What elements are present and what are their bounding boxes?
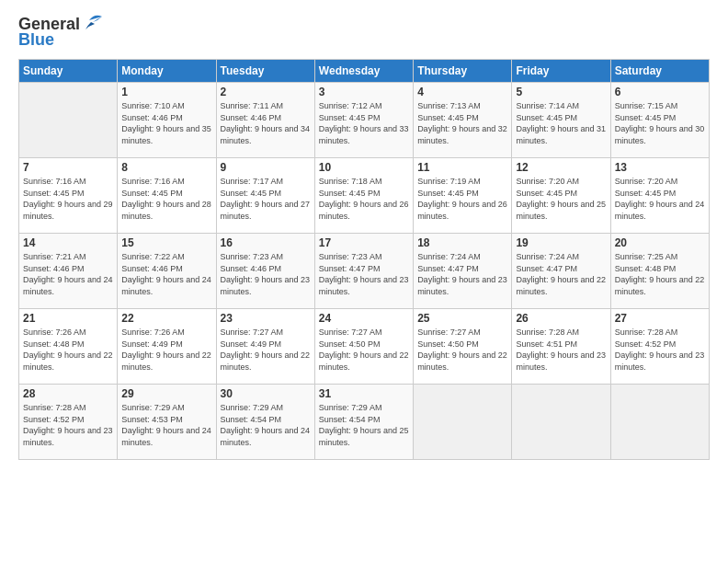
day-number: 14 xyxy=(23,236,113,249)
day-info: Sunrise: 7:14 AMSunset: 4:45 PMDaylight:… xyxy=(516,100,606,146)
day-info: Sunrise: 7:24 AMSunset: 4:47 PMDaylight:… xyxy=(516,251,606,297)
day-info: Sunrise: 7:17 AMSunset: 4:45 PMDaylight:… xyxy=(221,176,311,222)
header: General Blue xyxy=(18,15,710,50)
header-monday: Monday xyxy=(118,60,216,83)
calendar-cell xyxy=(414,385,512,460)
calendar-cell: 11Sunrise: 7:19 AMSunset: 4:45 PMDayligh… xyxy=(414,158,512,234)
day-info: Sunrise: 7:28 AMSunset: 4:52 PMDaylight:… xyxy=(23,402,113,448)
day-info: Sunrise: 7:12 AMSunset: 4:45 PMDaylight:… xyxy=(319,100,409,146)
day-info: Sunrise: 7:16 AMSunset: 4:45 PMDaylight:… xyxy=(23,176,113,222)
day-info: Sunrise: 7:29 AMSunset: 4:54 PMDaylight:… xyxy=(221,402,311,448)
day-number: 26 xyxy=(516,312,606,325)
day-info: Sunrise: 7:29 AMSunset: 4:54 PMDaylight:… xyxy=(319,402,409,448)
calendar-cell: 20Sunrise: 7:25 AMSunset: 4:48 PMDayligh… xyxy=(610,234,709,309)
day-info: Sunrise: 7:28 AMSunset: 4:51 PMDaylight:… xyxy=(516,327,606,373)
calendar-cell: 18Sunrise: 7:24 AMSunset: 4:47 PMDayligh… xyxy=(414,234,512,309)
day-number: 19 xyxy=(516,236,606,249)
day-number: 1 xyxy=(121,86,211,98)
day-number: 20 xyxy=(615,236,705,249)
calendar-cell: 17Sunrise: 7:23 AMSunset: 4:47 PMDayligh… xyxy=(314,234,413,309)
day-info: Sunrise: 7:27 AMSunset: 4:49 PMDaylight:… xyxy=(221,327,311,373)
day-number: 24 xyxy=(319,312,409,325)
calendar-cell: 25Sunrise: 7:27 AMSunset: 4:50 PMDayligh… xyxy=(414,309,512,385)
calendar-cell: 14Sunrise: 7:21 AMSunset: 4:46 PMDayligh… xyxy=(19,234,118,309)
day-number: 31 xyxy=(319,387,409,400)
header-friday: Friday xyxy=(512,60,610,83)
day-number: 7 xyxy=(23,161,113,174)
day-info: Sunrise: 7:16 AMSunset: 4:45 PMDaylight:… xyxy=(121,176,211,222)
header-tuesday: Tuesday xyxy=(216,60,314,83)
calendar-cell xyxy=(19,83,118,158)
day-info: Sunrise: 7:11 AMSunset: 4:46 PMDaylight:… xyxy=(221,100,311,146)
day-number: 11 xyxy=(417,161,507,174)
calendar-cell: 3Sunrise: 7:12 AMSunset: 4:45 PMDaylight… xyxy=(314,83,413,158)
day-number: 27 xyxy=(615,312,705,325)
header-thursday: Thursday xyxy=(414,60,512,83)
calendar-cell: 15Sunrise: 7:22 AMSunset: 4:46 PMDayligh… xyxy=(118,234,216,309)
day-info: Sunrise: 7:27 AMSunset: 4:50 PMDaylight:… xyxy=(319,327,409,373)
day-info: Sunrise: 7:26 AMSunset: 4:48 PMDaylight:… xyxy=(23,327,113,373)
header-sunday: Sunday xyxy=(19,60,118,83)
day-info: Sunrise: 7:20 AMSunset: 4:45 PMDaylight:… xyxy=(516,176,606,222)
calendar-week-row: 28Sunrise: 7:28 AMSunset: 4:52 PMDayligh… xyxy=(19,385,710,460)
calendar-table: Sunday Monday Tuesday Wednesday Thursday… xyxy=(18,59,710,460)
calendar-cell: 4Sunrise: 7:13 AMSunset: 4:45 PMDaylight… xyxy=(414,83,512,158)
calendar-cell: 13Sunrise: 7:20 AMSunset: 4:45 PMDayligh… xyxy=(610,158,709,234)
calendar-cell: 31Sunrise: 7:29 AMSunset: 4:54 PMDayligh… xyxy=(314,385,413,460)
calendar-cell: 29Sunrise: 7:29 AMSunset: 4:53 PMDayligh… xyxy=(118,385,216,460)
day-number: 2 xyxy=(221,86,311,98)
calendar-week-row: 1Sunrise: 7:10 AMSunset: 4:46 PMDaylight… xyxy=(19,83,710,158)
calendar-week-row: 7Sunrise: 7:16 AMSunset: 4:45 PMDaylight… xyxy=(19,158,710,234)
day-info: Sunrise: 7:13 AMSunset: 4:45 PMDaylight:… xyxy=(417,100,507,146)
day-info: Sunrise: 7:27 AMSunset: 4:50 PMDaylight:… xyxy=(417,327,507,373)
day-info: Sunrise: 7:24 AMSunset: 4:47 PMDaylight:… xyxy=(417,251,507,297)
calendar-cell: 19Sunrise: 7:24 AMSunset: 4:47 PMDayligh… xyxy=(512,234,610,309)
calendar-cell: 2Sunrise: 7:11 AMSunset: 4:46 PMDaylight… xyxy=(216,83,314,158)
calendar-week-row: 14Sunrise: 7:21 AMSunset: 4:46 PMDayligh… xyxy=(19,234,710,309)
calendar-cell: 8Sunrise: 7:16 AMSunset: 4:45 PMDaylight… xyxy=(118,158,216,234)
logo: General Blue xyxy=(18,15,106,50)
day-number: 6 xyxy=(615,86,705,98)
day-info: Sunrise: 7:26 AMSunset: 4:49 PMDaylight:… xyxy=(121,327,211,373)
calendar-cell: 28Sunrise: 7:28 AMSunset: 4:52 PMDayligh… xyxy=(19,385,118,460)
day-number: 9 xyxy=(221,161,311,174)
day-info: Sunrise: 7:21 AMSunset: 4:46 PMDaylight:… xyxy=(23,251,113,297)
day-number: 8 xyxy=(121,161,211,174)
calendar-cell: 22Sunrise: 7:26 AMSunset: 4:49 PMDayligh… xyxy=(118,309,216,385)
day-info: Sunrise: 7:29 AMSunset: 4:53 PMDaylight:… xyxy=(121,402,211,448)
day-number: 12 xyxy=(516,161,606,174)
day-number: 17 xyxy=(319,236,409,249)
day-number: 30 xyxy=(221,387,311,400)
days-header-row: Sunday Monday Tuesday Wednesday Thursday… xyxy=(19,60,710,83)
header-saturday: Saturday xyxy=(610,60,709,83)
day-number: 4 xyxy=(417,86,507,98)
calendar-cell: 7Sunrise: 7:16 AMSunset: 4:45 PMDaylight… xyxy=(19,158,118,234)
logo-blue-text: Blue xyxy=(18,30,54,50)
day-info: Sunrise: 7:23 AMSunset: 4:46 PMDaylight:… xyxy=(221,251,311,297)
day-info: Sunrise: 7:15 AMSunset: 4:45 PMDaylight:… xyxy=(615,100,705,146)
calendar-cell: 10Sunrise: 7:18 AMSunset: 4:45 PMDayligh… xyxy=(314,158,413,234)
calendar-cell xyxy=(610,385,709,460)
calendar-cell: 6Sunrise: 7:15 AMSunset: 4:45 PMDaylight… xyxy=(610,83,709,158)
day-info: Sunrise: 7:22 AMSunset: 4:46 PMDaylight:… xyxy=(121,251,211,297)
day-number: 10 xyxy=(319,161,409,174)
calendar-cell: 21Sunrise: 7:26 AMSunset: 4:48 PMDayligh… xyxy=(19,309,118,385)
header-wednesday: Wednesday xyxy=(314,60,413,83)
calendar-cell: 1Sunrise: 7:10 AMSunset: 4:46 PMDaylight… xyxy=(118,83,216,158)
calendar-cell xyxy=(512,385,610,460)
calendar-cell: 12Sunrise: 7:20 AMSunset: 4:45 PMDayligh… xyxy=(512,158,610,234)
day-number: 18 xyxy=(417,236,507,249)
day-number: 3 xyxy=(319,86,409,98)
day-number: 22 xyxy=(121,312,211,325)
calendar-cell: 24Sunrise: 7:27 AMSunset: 4:50 PMDayligh… xyxy=(314,309,413,385)
day-info: Sunrise: 7:18 AMSunset: 4:45 PMDaylight:… xyxy=(319,176,409,222)
day-number: 5 xyxy=(516,86,606,98)
day-info: Sunrise: 7:28 AMSunset: 4:52 PMDaylight:… xyxy=(615,327,705,373)
logo-bird-icon xyxy=(82,13,106,33)
day-number: 16 xyxy=(221,236,311,249)
calendar-cell: 16Sunrise: 7:23 AMSunset: 4:46 PMDayligh… xyxy=(216,234,314,309)
calendar-cell: 23Sunrise: 7:27 AMSunset: 4:49 PMDayligh… xyxy=(216,309,314,385)
calendar-cell: 26Sunrise: 7:28 AMSunset: 4:51 PMDayligh… xyxy=(512,309,610,385)
day-number: 23 xyxy=(221,312,311,325)
day-number: 28 xyxy=(23,387,113,400)
